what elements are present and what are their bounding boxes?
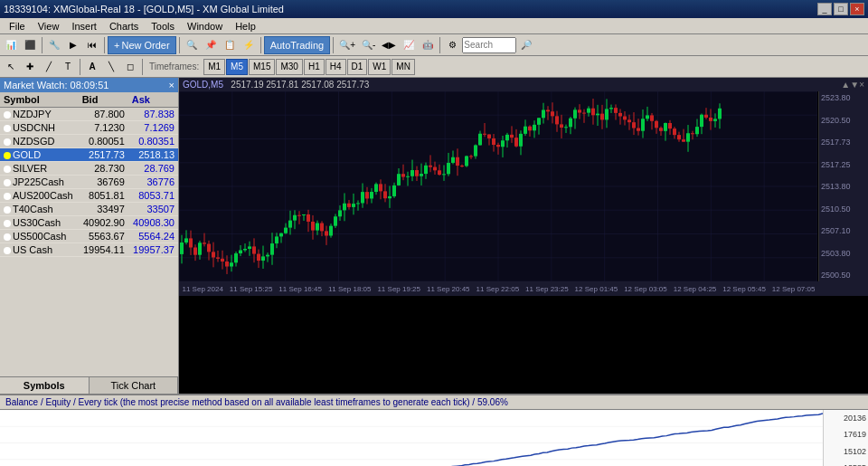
menu-bar: File View Insert Charts Tools Window Hel… <box>0 18 868 34</box>
table-row[interactable]: US500Cash 5563.67 5564.24 <box>0 230 178 243</box>
table-row[interactable]: US30Cash 40902.90 40908.30 <box>0 216 178 230</box>
time-label: 12 Sep 03:05 <box>624 285 667 293</box>
table-row[interactable]: NZDSGD 0.80051 0.80351 <box>0 135 178 148</box>
tf-d1[interactable]: D1 <box>347 59 368 75</box>
table-row[interactable]: NZDJPY 87.800 87.838 <box>0 108 178 121</box>
menu-help[interactable]: Help <box>230 20 261 33</box>
ask-cell: 33507 <box>128 203 178 216</box>
line-tool[interactable]: ╱ <box>40 58 58 76</box>
table-row[interactable]: SILVER 28.730 28.769 <box>0 162 178 176</box>
menu-charts[interactable]: Charts <box>104 20 144 33</box>
ask-cell: 7.1269 <box>128 121 178 135</box>
toolbar-2: ↖ ✚ ╱ T A ╲ ◻ Timeframes: M1 M5 M15 M30 … <box>0 56 868 78</box>
templates-button[interactable]: ⬛ <box>21 36 39 54</box>
menu-insert[interactable]: Insert <box>66 20 102 33</box>
tf-m1[interactable]: M1 <box>203 59 225 75</box>
time-label: 12 Sep 07:05 <box>772 285 816 293</box>
y-label: 15102 <box>826 447 866 456</box>
table-row[interactable]: US Cash 19954.11 19957.37 <box>0 243 178 257</box>
tf-m30[interactable]: M30 <box>276 59 302 75</box>
draw-btn-2[interactable]: ◻ <box>121 58 139 76</box>
bid-cell: 8051.81 <box>79 189 128 203</box>
menu-window[interactable]: Window <box>182 20 228 33</box>
ask-cell: 2518.13 <box>128 148 178 162</box>
y-label: 20136 <box>826 414 866 423</box>
table-row[interactable]: AUS200Cash 8051.81 8053.71 <box>0 189 178 203</box>
separator-5 <box>333 37 334 53</box>
symbol-dot <box>4 193 11 200</box>
time-label: 11 Sep 16:45 <box>278 285 322 293</box>
table-row[interactable]: GOLD 2517.73 2518.13 <box>0 148 178 162</box>
close-window-button[interactable]: × <box>850 3 864 15</box>
toolbar-btn-7[interactable]: ⚡ <box>240 36 258 54</box>
bid-cell: 5563.67 <box>79 230 128 243</box>
toolbar-btn-6[interactable]: 📋 <box>221 36 239 54</box>
tf-m5[interactable]: M5 <box>226 59 248 75</box>
title-bar: 18339104: XMGlobal-Real 18 - [GOLD,M5] -… <box>0 0 868 18</box>
symbol-dot <box>4 179 11 186</box>
search-go-button[interactable]: 🔎 <box>517 36 535 54</box>
toolbar-btn-3[interactable]: ⏮ <box>83 36 101 54</box>
new-order-icon: + <box>114 40 119 51</box>
tf-m15[interactable]: M15 <box>249 59 275 75</box>
ask-cell: 28.769 <box>128 162 178 176</box>
tf-w1[interactable]: W1 <box>368 59 391 75</box>
indicator-button[interactable]: 📈 <box>400 36 418 54</box>
toolbar-btn-2[interactable]: ▶ <box>64 36 82 54</box>
mw-tab-tick[interactable]: Tick Chart <box>90 377 179 394</box>
autotrading-button[interactable]: AutoTrading <box>264 36 331 54</box>
ask-header: Ask <box>128 92 178 108</box>
tf-h1[interactable]: H1 <box>304 59 325 75</box>
menu-tools[interactable]: Tools <box>146 20 180 33</box>
candlestick-chart: 2523.802520.502517.732517.252513.802510.… <box>179 91 868 281</box>
equity-canvas[interactable] <box>0 410 823 466</box>
tf-mn[interactable]: MN <box>392 59 415 75</box>
bid-cell: 7.1230 <box>79 121 128 135</box>
new-order-button[interactable]: + New Order <box>108 36 176 54</box>
chart-area: GOLD,M5 2517.19 2517.81 2517.08 2517.73 … <box>179 78 868 394</box>
symbol-dot <box>4 233 11 241</box>
minimize-button[interactable]: _ <box>817 3 832 15</box>
time-label: 12 Sep 04:25 <box>674 285 717 293</box>
zoom-out-button[interactable]: 🔍- <box>359 36 378 54</box>
chart-symbol: GOLD,M5 <box>183 80 223 90</box>
separator-6 <box>439 37 440 53</box>
text-tool[interactable]: T <box>59 58 77 76</box>
symbol-cell: USDCNH <box>0 121 79 135</box>
menu-view[interactable]: View <box>33 20 65 33</box>
profiles-button[interactable]: 🔧 <box>45 36 63 54</box>
cursor-tool[interactable]: ↖ <box>2 58 20 76</box>
search-input[interactable] <box>462 37 516 53</box>
ask-cell: 5564.24 <box>128 230 178 243</box>
new-chart-button[interactable]: 📊 <box>2 36 20 54</box>
price-label: 2520.50 <box>821 116 866 125</box>
symbol-cell: JP225Cash <box>0 176 79 189</box>
font-size[interactable]: A <box>83 58 101 76</box>
table-row[interactable]: JP225Cash 36769 36776 <box>0 176 178 189</box>
chart-symbol-title: GOLD,M5 2517.19 2517.81 2517.08 2517.73 <box>183 80 369 90</box>
time-axis: 11 Sep 202411 Sep 15:2511 Sep 16:4511 Se… <box>179 281 868 296</box>
bid-cell: 2517.73 <box>79 148 128 162</box>
bid-header: Bid <box>79 92 128 108</box>
tf-h4[interactable]: H4 <box>326 59 346 75</box>
toolbar-btn-4[interactable]: 🔍 <box>183 36 201 54</box>
crosshair-tool[interactable]: ✚ <box>21 58 39 76</box>
mw-tab-symbols[interactable]: Symbols <box>0 377 90 394</box>
table-row[interactable]: T40Cash 33497 33507 <box>0 203 178 216</box>
symbol-dot <box>4 166 11 173</box>
chart-scroll-button[interactable]: ◀▶ <box>379 36 399 54</box>
window-controls[interactable]: _ □ × <box>817 3 864 15</box>
symbol-dot <box>4 152 11 159</box>
candle-canvas[interactable] <box>179 91 817 281</box>
table-row[interactable]: USDCNH 7.1230 7.1269 <box>0 121 178 135</box>
expert-advisor-button[interactable]: 🤖 <box>419 36 437 54</box>
maximize-button[interactable]: □ <box>834 3 848 15</box>
settings-button[interactable]: ⚙ <box>443 36 461 54</box>
draw-btn-1[interactable]: ╲ <box>102 58 120 76</box>
market-watch-table: Symbol Bid Ask NZDJPY 87.800 87.838 USDC… <box>0 92 178 376</box>
zoom-in-button[interactable]: 🔍+ <box>336 36 358 54</box>
toolbar-btn-5[interactable]: 📌 <box>202 36 220 54</box>
market-watch-close[interactable]: × <box>169 80 175 90</box>
price-label: 2513.80 <box>821 182 866 191</box>
menu-file[interactable]: File <box>4 20 31 33</box>
